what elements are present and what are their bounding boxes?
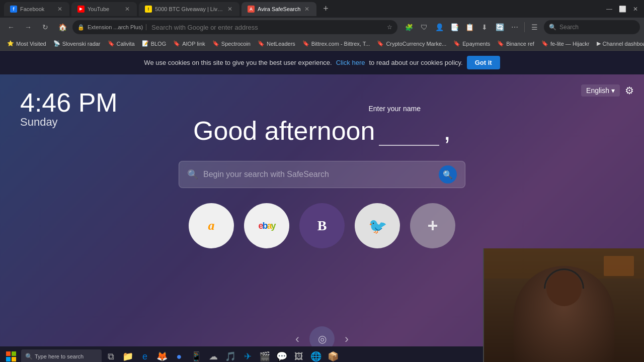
tab-avira-close[interactable]: ✕	[303, 6, 310, 13]
bookmark-label: Spectrocoin	[221, 41, 251, 47]
maximize-button[interactable]: ⬜	[618, 5, 627, 14]
bookmark-calivita[interactable]: 🔖 Calivita	[105, 39, 138, 48]
search-input[interactable]	[151, 24, 384, 31]
netleaders-icon: 🔖	[258, 40, 265, 47]
extensions-button[interactable]: 🧩	[403, 21, 416, 34]
tab-avira-label: Avira SafeSearch	[258, 6, 300, 12]
tab-facebook-close[interactable]: ✕	[56, 6, 63, 13]
address-bar[interactable]: 🔒 Extension ...arch Plus) ☆	[72, 20, 397, 34]
profile-button[interactable]: 👤	[433, 21, 446, 34]
separator	[524, 22, 525, 32]
tab-youtube[interactable]: ▶ YouTube ✕	[71, 2, 137, 16]
taskbar-onedrive[interactable]: ☁	[205, 348, 221, 362]
bookmark-channel[interactable]: ▶ Channel dashboard - ...	[594, 39, 645, 48]
quick-access-bootstrap[interactable]: B	[299, 203, 345, 248]
settings-button[interactable]: ⚙	[625, 84, 634, 97]
browser-chrome: f Facebook ✕ ▶ YouTube ✕ ! 5000 BTC Give…	[0, 0, 644, 51]
start-button[interactable]	[2, 347, 20, 362]
person-silhouette	[514, 266, 614, 362]
next-arrow[interactable]: ›	[345, 332, 349, 346]
new-tab-button[interactable]: +	[318, 2, 333, 16]
taskbar-task-view[interactable]: ⧉	[103, 348, 119, 362]
taskbar-viber[interactable]: 📱	[188, 348, 204, 362]
bookmark-felite[interactable]: 🔖 fe-lite — Hijackr	[538, 39, 593, 48]
taskbar-movies[interactable]: 🎬	[257, 348, 273, 362]
svg-rect-2	[6, 357, 11, 361]
taskbar-file-explorer[interactable]: 📁	[120, 348, 136, 362]
prev-arrow[interactable]: ‹	[295, 332, 299, 346]
avira-shield-button[interactable]: 🛡	[418, 21, 431, 34]
home-button[interactable]: 🏠	[55, 20, 69, 34]
bookmark-slovenski[interactable]: 📡 Slovenski radar	[50, 39, 104, 48]
close-window-button[interactable]: ✕	[631, 5, 640, 14]
bookmark-star-icon[interactable]: ☆	[387, 24, 392, 31]
taskbar-browser2[interactable]: 🌐	[308, 348, 324, 362]
taskbar: 🔍 Type here to search ⧉ 📁 e 🦊 ● 📱 ☁ 🎵 ✈ …	[0, 346, 483, 362]
search-icon: 🔍	[187, 169, 198, 180]
taskbar-app9[interactable]: 📦	[325, 348, 341, 362]
quick-access-amazon[interactable]: a	[189, 203, 234, 248]
more-tools-button[interactable]: ⋯	[508, 21, 521, 34]
refresh-button[interactable]: ↻	[38, 20, 52, 34]
crypto-icon: 🔖	[377, 40, 384, 47]
taskbar-firefox[interactable]: 🦊	[154, 348, 170, 362]
bookmark-label: Calivita	[117, 41, 135, 47]
location-icon: ◎	[318, 333, 327, 345]
bookmark-epayments[interactable]: 🔖 Epayments	[450, 39, 493, 48]
quick-access-add[interactable]: +	[410, 203, 455, 248]
name-input[interactable]	[379, 115, 439, 146]
history-button[interactable]: 📋	[463, 21, 476, 34]
taskbar-photos[interactable]: 🖼	[291, 348, 307, 362]
most-visited-icon: ⭐	[7, 40, 14, 47]
facebook-favicon: f	[10, 6, 17, 13]
safesearch-input[interactable]	[203, 170, 434, 179]
bookmark-blog[interactable]: 📝 BLOG	[139, 39, 170, 48]
secondary-search-icon: 🔍	[549, 24, 556, 31]
headphones	[544, 268, 584, 289]
title-bar: f Facebook ✕ ▶ YouTube ✕ ! 5000 BTC Give…	[0, 0, 644, 18]
bookmark-netleaders[interactable]: 🔖 NetLeaders	[255, 39, 298, 48]
day-display: Sunday	[20, 116, 118, 129]
taskbar-whatsapp[interactable]: 💬	[274, 348, 290, 362]
downloads-button[interactable]: ⬇	[478, 21, 491, 34]
taskbar-chrome[interactable]: ●	[171, 348, 187, 362]
search-go-button[interactable]: 🔍	[439, 165, 457, 184]
secondary-search[interactable]: 🔍	[544, 20, 640, 34]
amazon-logo: a	[208, 218, 215, 233]
taskbar-search-icon: 🔍	[25, 353, 33, 360]
tab-facebook[interactable]: f Facebook ✕	[4, 2, 69, 16]
tab-youtube-close[interactable]: ✕	[124, 6, 131, 13]
forward-button[interactable]: →	[21, 20, 35, 34]
cookie-message: We use cookies on this site to give you …	[144, 59, 332, 66]
sync-button[interactable]: 🔄	[493, 21, 506, 34]
menu-button[interactable]: ☰	[528, 21, 541, 34]
taskbar-media[interactable]: 🎵	[222, 348, 238, 362]
blog-icon: 📝	[142, 40, 149, 47]
cookie-link[interactable]: Click here	[336, 59, 365, 66]
bookmark-binance[interactable]: 🔖 Binance ref	[494, 39, 537, 48]
bookmark-label: Binance ref	[506, 41, 534, 47]
tab-avira[interactable]: A Avira SafeSearch ✕	[242, 2, 316, 16]
secondary-search-input[interactable]	[559, 24, 635, 31]
bookmark-button[interactable]: 📑	[448, 21, 461, 34]
bookmark-most-visited[interactable]: ⭐ Most Visited	[4, 39, 49, 48]
bookmark-label: fe-lite — Hijackr	[550, 41, 590, 47]
bookmark-crypto[interactable]: 🔖 CryptoCurrency Marke...	[374, 39, 449, 48]
cookie-suffix: to read about our cookies policy.	[369, 59, 463, 66]
bookmark-spectrocoin[interactable]: 🔖 Spectrocoin	[209, 39, 254, 48]
minimize-button[interactable]: —	[605, 5, 614, 14]
taskbar-telegram[interactable]: ✈	[239, 348, 256, 362]
tab-giveaway-close[interactable]: ✕	[226, 6, 233, 13]
quick-access-ebay[interactable]: ebay	[244, 203, 289, 248]
address-bar-row: ← → ↻ 🏠 🔒 Extension ...arch Plus) ☆ 🧩 🛡 …	[0, 18, 644, 37]
bookmark-label: Epayments	[462, 41, 490, 47]
bookmark-aiop[interactable]: 🔖 AIOP link	[170, 39, 208, 48]
bookmark-bittrex[interactable]: 🔖 Bittrex.com - Bittrex, T...	[299, 39, 373, 48]
tab-giveaway[interactable]: ! 5000 BTC Giveaway | Live B... ✕	[139, 2, 239, 16]
language-selector[interactable]: English ▾	[581, 84, 620, 97]
back-button[interactable]: ←	[4, 20, 18, 34]
got-it-button[interactable]: Got it	[467, 56, 500, 69]
taskbar-search[interactable]: 🔍 Type here to search	[21, 349, 102, 362]
taskbar-edge[interactable]: e	[137, 348, 153, 362]
quick-access-twitter[interactable]: 🐦	[355, 203, 400, 248]
